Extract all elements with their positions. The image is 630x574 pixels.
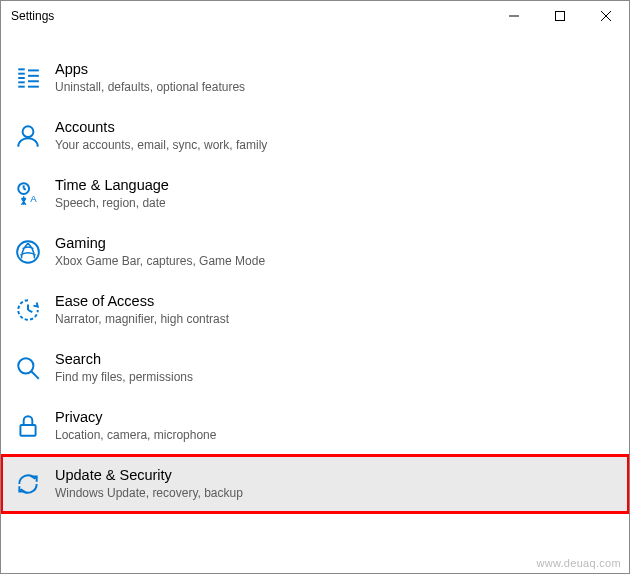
item-subtitle: Speech, region, date [55,195,169,212]
time-language-icon: A [15,181,41,207]
settings-item-privacy[interactable]: Privacy Location, camera, microphone [1,397,629,455]
item-title: Search [55,350,193,369]
minimize-button[interactable] [491,1,537,31]
svg-line-22 [31,371,39,379]
ease-of-access-icon [15,297,41,323]
item-title: Ease of Access [55,292,229,311]
watermark: www.deuaq.com [536,557,621,569]
svg-rect-23 [20,425,35,436]
accounts-icon [15,123,41,149]
svg-rect-1 [556,12,565,21]
titlebar: Settings [1,1,629,31]
item-title: Update & Security [55,466,243,485]
item-subtitle: Location, camera, microphone [55,427,216,444]
privacy-icon [15,413,41,439]
close-icon [601,11,611,21]
item-subtitle: Find my files, permissions [55,369,193,386]
item-subtitle: Narrator, magnifier, high contrast [55,311,229,328]
settings-item-search[interactable]: Search Find my files, permissions [1,339,629,397]
item-subtitle: Uninstall, defaults, optional features [55,79,245,96]
settings-item-accounts[interactable]: Accounts Your accounts, email, sync, wor… [1,107,629,165]
update-security-icon [15,471,41,497]
settings-item-update-security[interactable]: Update & Security Windows Update, recove… [1,455,629,513]
settings-item-gaming[interactable]: Gaming Xbox Game Bar, captures, Game Mod… [1,223,629,281]
item-title: Accounts [55,118,267,137]
settings-item-time-language[interactable]: A Time & Language Speech, region, date [1,165,629,223]
item-subtitle: Your accounts, email, sync, work, family [55,137,267,154]
settings-item-ease-of-access[interactable]: Ease of Access Narrator, magnifier, high… [1,281,629,339]
settings-list: Apps Uninstall, defaults, optional featu… [1,31,629,513]
item-title: Privacy [55,408,216,427]
settings-item-apps[interactable]: Apps Uninstall, defaults, optional featu… [1,49,629,107]
svg-point-21 [18,358,33,373]
svg-line-16 [24,189,26,190]
window-controls [491,1,629,31]
apps-icon [15,65,41,91]
svg-point-13 [23,126,34,137]
maximize-button[interactable] [537,1,583,31]
maximize-icon [555,11,565,21]
item-subtitle: Xbox Game Bar, captures, Game Mode [55,253,265,270]
gaming-icon [15,239,41,265]
item-title: Gaming [55,234,265,253]
item-subtitle: Windows Update, recovery, backup [55,485,243,502]
minimize-icon [509,11,519,21]
item-title: Apps [55,60,245,79]
svg-text:A: A [30,193,37,204]
window-title: Settings [11,9,54,23]
search-icon [15,355,41,381]
item-title: Time & Language [55,176,169,195]
close-button[interactable] [583,1,629,31]
svg-line-20 [28,310,32,312]
